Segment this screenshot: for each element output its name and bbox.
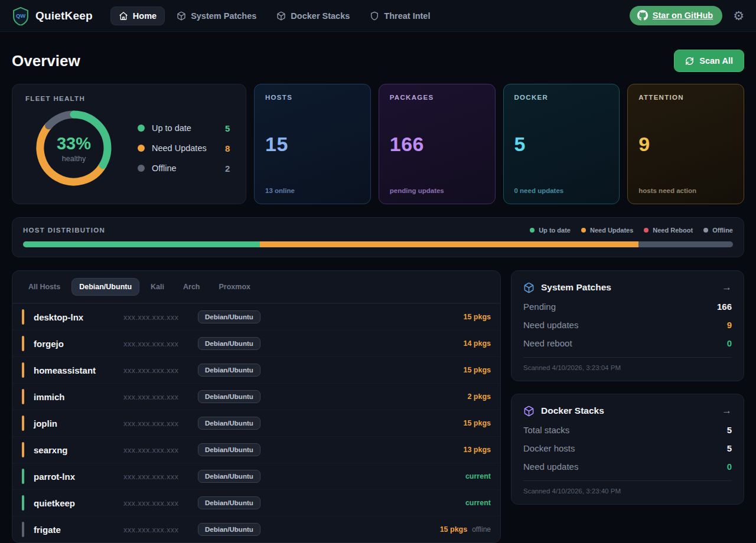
star-on-github-button[interactable]: Star on GitHub xyxy=(630,6,722,25)
status-accent-bar xyxy=(22,336,24,351)
tab-arch[interactable]: Arch xyxy=(175,278,207,296)
fleet-health-title: FLEET HEALTH xyxy=(25,95,233,102)
stat-row: Need reboot 0 xyxy=(523,338,732,348)
legend-dot-green xyxy=(138,125,145,132)
bar-segment xyxy=(23,241,260,247)
host-row-immich[interactable]: immich xxx.xxx.xxx.xxx Debian/Ubuntu 2 p… xyxy=(12,383,500,410)
legend-dot-orange xyxy=(581,228,586,233)
legend-item: Offline 2 xyxy=(138,163,230,174)
pkgs-count: 15 pkgs xyxy=(463,419,491,427)
refresh-icon xyxy=(685,57,694,66)
docker-stacks-card[interactable]: Docker Stacks → Total stacks 5 Docker ho… xyxy=(511,394,744,505)
legend-item: Need Updates 8 xyxy=(138,143,230,153)
attention-count: 9 xyxy=(638,133,733,156)
legend-dot-gray xyxy=(138,165,145,172)
pkgs-count: 14 pkgs xyxy=(463,339,491,348)
stat-row: Total stacks 5 xyxy=(523,425,732,435)
host-filter-tabs: All Hosts Debian/Ubuntu Kali Arch Proxmo… xyxy=(12,271,500,303)
status-accent-bar xyxy=(22,522,24,537)
fleet-health-card: FLEET HEALTH 33% healthy Up to date 5 xyxy=(12,84,246,204)
os-badge: Debian/Ubuntu xyxy=(198,523,260,536)
host-row-searxng[interactable]: searxng xxx.xxx.xxx.xxx Debian/Ubuntu 13… xyxy=(12,436,500,463)
host-row-parrot-lnx[interactable]: parrot-lnx xxx.xxx.xxx.xxx Debian/Ubuntu… xyxy=(12,463,500,489)
divider xyxy=(523,480,732,481)
bar-segment xyxy=(638,241,733,247)
status-accent-bar xyxy=(22,469,24,484)
scanned-timestamp: Scanned 4/10/2026, 3:23:04 PM xyxy=(523,364,732,371)
page-header: Overview Scan All xyxy=(12,50,744,72)
pkgs-count: 15 pkgs xyxy=(440,525,468,534)
nav-item-home[interactable]: Home xyxy=(110,6,165,25)
distribution-bar xyxy=(23,241,733,247)
stat-row: Docker hosts 5 xyxy=(523,443,732,453)
tab-proxmox[interactable]: Proxmox xyxy=(211,278,259,296)
hosts-stat-card[interactable]: HOSTS 15 13 online xyxy=(254,84,371,204)
host-row-homeassistant[interactable]: homeassistant xxx.xxx.xxx.xxx Debian/Ubu… xyxy=(12,356,500,383)
tab-all-hosts[interactable]: All Hosts xyxy=(21,278,68,296)
docker-count: 5 xyxy=(514,133,609,156)
stat-row: Need updates 0 xyxy=(523,462,732,472)
host-row-quietkeep[interactable]: quietkeep xxx.xxx.xxx.xxx Debian/Ubuntu … xyxy=(12,489,500,516)
legend-item: Need Updates xyxy=(581,227,633,234)
legend-dot-green xyxy=(530,228,535,233)
donut-sublabel: healthy xyxy=(62,155,86,163)
settings-gear-icon[interactable]: ⚙ xyxy=(733,9,744,22)
host-row-frigate[interactable]: frigate xxx.xxx.xxx.xxx Debian/Ubuntu 15… xyxy=(12,516,500,542)
box-icon xyxy=(523,405,535,417)
pkgs-count: 15 pkgs xyxy=(463,313,491,321)
shield-icon xyxy=(370,11,379,21)
nav-item-system-patches[interactable]: System Patches xyxy=(168,6,265,25)
tab-debian-ubuntu[interactable]: Debian/Ubuntu xyxy=(71,278,139,296)
packages-stat-card[interactable]: PACKAGES 166 pending updates xyxy=(379,84,496,204)
status-accent-bar xyxy=(22,495,24,511)
host-list-card: All Hosts Debian/Ubuntu Kali Arch Proxmo… xyxy=(12,270,501,543)
os-badge: Debian/Ubuntu xyxy=(198,470,260,483)
divider xyxy=(523,357,732,358)
stat-row: Pending 166 xyxy=(523,302,732,312)
host-distribution-card: HOST DISTRIBUTION Up to date Need Update… xyxy=(12,217,744,257)
home-icon xyxy=(119,11,128,21)
nav-menu: Home System Patches Docker Stacks Threat… xyxy=(110,6,439,25)
host-row-joplin[interactable]: joplin xxx.xxx.xxx.xxx Debian/Ubuntu 15 … xyxy=(12,410,500,436)
bar-segment xyxy=(260,241,638,247)
arrow-right-icon[interactable]: → xyxy=(722,405,732,417)
arrow-right-icon[interactable]: → xyxy=(722,282,732,293)
system-patches-card[interactable]: System Patches → Pending 166 Need update… xyxy=(511,270,744,381)
host-row-desktop-lnx[interactable]: desktop-lnx xxx.xxx.xxx.xxx Debian/Ubunt… xyxy=(12,303,500,330)
scan-all-button[interactable]: Scan All xyxy=(674,50,744,72)
package-icon xyxy=(177,11,186,21)
box-icon xyxy=(276,11,286,21)
status-current: current xyxy=(465,499,491,507)
summary-cards-row: FLEET HEALTH 33% healthy Up to date 5 xyxy=(12,84,744,204)
os-badge: Debian/Ubuntu xyxy=(198,337,260,350)
brand-name: QuietKeep xyxy=(35,9,93,22)
docker-stat-card[interactable]: DOCKER 5 0 need updates xyxy=(503,84,620,204)
os-badge: Debian/Ubuntu xyxy=(198,496,260,509)
package-icon xyxy=(523,282,535,293)
host-row-forgejo[interactable]: forgejo xxx.xxx.xxx.xxx Debian/Ubuntu 14… xyxy=(12,330,500,356)
hosts-count: 15 xyxy=(265,133,360,156)
stat-row: Need updates 9 xyxy=(523,320,732,330)
os-badge: Debian/Ubuntu xyxy=(198,417,260,430)
top-navbar: QW QuietKeep Home System Patches Docker … xyxy=(0,0,756,32)
attention-stat-card[interactable]: ATTENTION 9 hosts need action xyxy=(627,84,744,204)
pkgs-count: 2 pkgs xyxy=(467,392,491,401)
nav-item-docker-stacks[interactable]: Docker Stacks xyxy=(268,6,358,25)
status-accent-bar xyxy=(22,416,24,431)
github-icon xyxy=(637,10,648,21)
status-accent-bar xyxy=(22,442,24,457)
svg-text:QW: QW xyxy=(16,13,25,19)
legend-dot-red xyxy=(644,228,649,233)
os-badge: Debian/Ubuntu xyxy=(198,364,260,377)
tab-kali[interactable]: Kali xyxy=(143,278,172,296)
scanned-timestamp: Scanned 4/10/2026, 3:23:40 PM xyxy=(523,488,732,495)
distribution-legend: Up to date Need Updates Need Reboot Offl… xyxy=(530,227,733,234)
fleet-legend: Up to date 5 Need Updates 8 Offline 2 xyxy=(138,123,230,174)
legend-item: Up to date xyxy=(530,227,571,234)
packages-count: 166 xyxy=(390,133,484,156)
nav-item-threat-intel[interactable]: Threat Intel xyxy=(361,6,438,25)
pkgs-count: 15 pkgs xyxy=(463,366,491,374)
right-sidebar: System Patches → Pending 166 Need update… xyxy=(511,270,744,505)
page-title: Overview xyxy=(12,52,80,70)
legend-item: Offline xyxy=(703,227,733,234)
